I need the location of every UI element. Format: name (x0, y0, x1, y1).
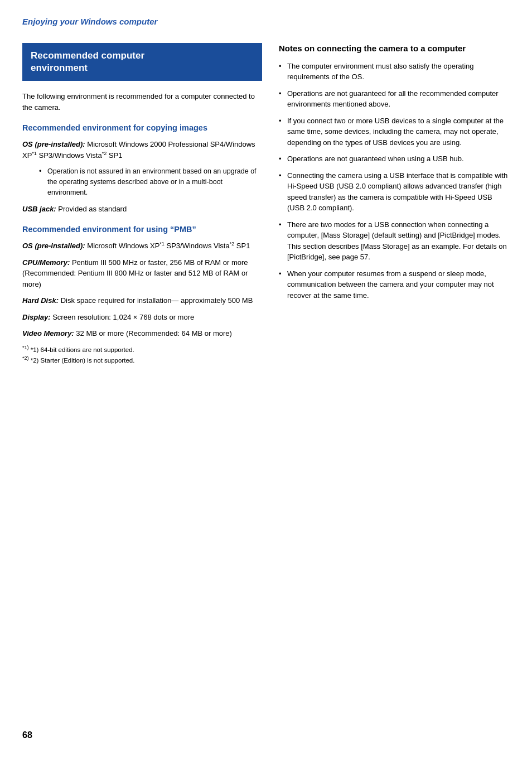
right-bullet-list: The computer environment must also satis… (279, 61, 510, 301)
usb-label: USB jack: (22, 205, 56, 213)
os-label-2: OS (pre-installed): (22, 242, 85, 250)
footnote-2: *2) *2) Starter (Edition) is not support… (22, 355, 262, 364)
section-title-box: Recommended computer environment (22, 43, 262, 81)
hdd-spec: Hard Disk: Disk space required for insta… (22, 295, 262, 306)
page-number: 68 (22, 730, 32, 740)
video-value: 32 MB or more (Recommended: 64 MB or mor… (76, 329, 232, 337)
usb-value: Provided as standard (58, 205, 127, 213)
os-value-2: Microsoft Windows XP*1 SP3/Windows Vista… (87, 242, 250, 250)
cpu-label: CPU/Memory: (22, 258, 70, 267)
subsection-pmb: Recommended environment for using “PMB” … (22, 224, 262, 339)
display-label: Display: (22, 313, 51, 321)
subsection2-title: Recommended environment for using “PMB” (22, 224, 262, 235)
display-spec: Display: Screen resolution: 1,024 × 768 … (22, 312, 262, 323)
video-label: Video Memory: (22, 329, 74, 337)
footnotes: *1) *1) 64-bit editions are not supporte… (22, 345, 262, 364)
right-section-title: Notes on connecting the camera to a comp… (279, 43, 510, 54)
hdd-value: Disk space required for installation— ap… (61, 296, 253, 305)
os-spec-1: OS (pre-installed): Microsoft Windows 20… (22, 139, 262, 161)
right-bullet-item-6: There are two modes for a USB connection… (279, 219, 510, 263)
section-title-line2: environment (31, 62, 88, 73)
os-note-list: Operation is not assured in an environme… (33, 166, 262, 197)
video-spec: Video Memory: 32 MB or more (Recommended… (22, 328, 262, 339)
os-label-1: OS (pre-installed): (22, 140, 85, 148)
footnote-1: *1) *1) 64-bit editions are not supporte… (22, 345, 262, 353)
right-bullet-item-5: Connecting the camera using a USB interf… (279, 170, 510, 214)
section-title-line1: Recommended computer (31, 50, 144, 61)
os-spec-2: OS (pre-installed): Microsoft Windows XP… (22, 240, 262, 252)
os-note-block: Operation is not assured in an environme… (22, 166, 262, 197)
page-container: Enjoying your Windows computer Recommend… (0, 0, 532, 757)
left-column: Recommended computer environment The fol… (22, 43, 262, 365)
intro-text: The following environment is recommended… (22, 91, 262, 113)
right-bullet-item-3: If you connect two or more USB devices t… (279, 115, 510, 148)
os-note-item: Operation is not assured in an environme… (39, 166, 262, 197)
cpu-spec: CPU/Memory: Pentium III 500 MHz or faste… (22, 257, 262, 290)
subsection1-title: Recommended environment for copying imag… (22, 123, 262, 133)
page-header: Enjoying your Windows computer (22, 17, 510, 26)
usb-spec: USB jack: Provided as standard (22, 204, 262, 215)
hdd-label: Hard Disk: (22, 296, 59, 305)
right-bullet-item-2: Operations are not guaranteed for all th… (279, 88, 510, 110)
right-bullet-item-7: When your computer resumes from a suspen… (279, 268, 510, 301)
two-column-layout: Recommended computer environment The fol… (22, 43, 510, 365)
display-value: Screen resolution: 1,024 × 768 dots or m… (52, 313, 194, 321)
right-bullet-item-1: The computer environment must also satis… (279, 61, 510, 83)
right-column: Notes on connecting the camera to a comp… (279, 43, 510, 365)
right-bullet-item-4: Operations are not guaranteed when using… (279, 153, 510, 165)
subsection-copying: Recommended environment for copying imag… (22, 123, 262, 214)
